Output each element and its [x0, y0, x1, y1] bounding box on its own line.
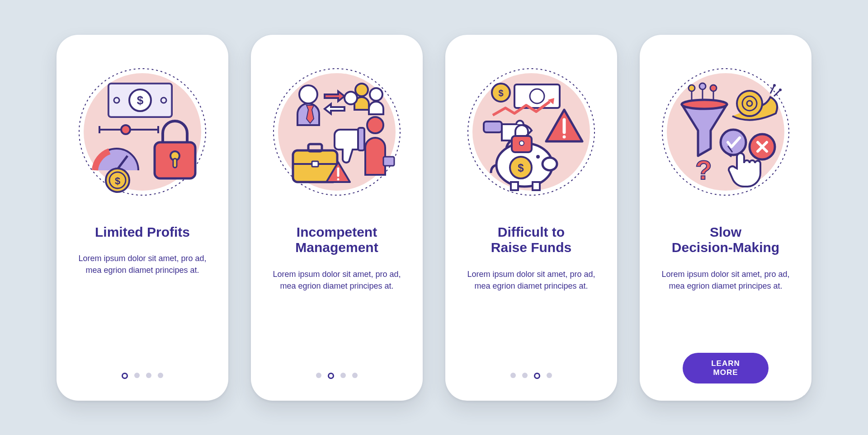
learn-more-button[interactable]: LEARN MORE [683, 353, 769, 384]
svg-rect-38 [514, 84, 560, 108]
svg-point-33 [337, 178, 340, 180]
illustration-raise-funds: $ [466, 66, 597, 197]
money-icon: $ [108, 84, 172, 117]
svg-point-26 [367, 117, 383, 133]
page-indicator [445, 373, 617, 379]
screen-title: Difficult to Raise Funds [491, 225, 571, 256]
dot-active[interactable] [328, 373, 334, 379]
svg-rect-27 [383, 157, 394, 166]
svg-rect-19 [173, 159, 177, 168]
dot[interactable] [522, 373, 528, 378]
svg-point-68 [682, 100, 727, 109]
dot[interactable] [134, 373, 140, 378]
illustration-incompetent-management [271, 66, 402, 197]
dot[interactable] [352, 373, 358, 378]
dot[interactable] [158, 373, 163, 378]
svg-point-47 [536, 155, 540, 159]
dot[interactable] [340, 373, 346, 378]
page-indicator [57, 373, 228, 379]
svg-point-46 [542, 158, 557, 170]
screen-description: Lorem ipsum dolor sit amet, pro ad, mea … [656, 268, 795, 292]
check-icon [721, 130, 746, 155]
svg-point-52 [519, 141, 524, 145]
question-icon: ? [695, 155, 712, 185]
svg-rect-45 [533, 182, 540, 190]
dot-active[interactable] [534, 373, 540, 379]
screen-slow-decision-making: ? Slow Decision-Making Lorem ipsum dolor… [640, 35, 811, 401]
screen-description: Lorem ipsum dolor sit amet, pro ad, mea … [462, 268, 601, 292]
screen-title: Slow Decision-Making [672, 225, 779, 256]
coin-icon: $ [106, 168, 129, 192]
svg-point-23 [355, 84, 368, 96]
svg-point-22 [299, 85, 317, 103]
dot[interactable] [547, 373, 552, 378]
screen-title: Limited Profits [95, 225, 190, 240]
svg-point-24 [370, 88, 382, 101]
svg-point-59 [710, 85, 717, 91]
svg-point-65 [773, 84, 776, 87]
svg-rect-44 [511, 182, 518, 190]
svg-point-61 [737, 91, 762, 116]
svg-point-69 [721, 130, 746, 155]
svg-rect-28 [358, 128, 364, 150]
dot[interactable] [316, 373, 321, 378]
screen-difficult-raise-funds: $ [445, 35, 617, 401]
svg-text:$: $ [498, 88, 503, 98]
screen-title: Incompetent Management [295, 225, 378, 256]
svg-text:$: $ [115, 175, 120, 187]
screen-description: Lorem ipsum dolor sit amet, pro ad, mea … [73, 253, 212, 276]
dot[interactable] [146, 373, 151, 378]
svg-point-25 [344, 92, 357, 104]
svg-point-42 [563, 135, 566, 138]
svg-point-67 [779, 89, 782, 91]
svg-text:$: $ [137, 94, 144, 107]
illustration-slow-decision: ? [660, 66, 791, 197]
cross-icon [750, 134, 775, 159]
svg-text:?: ? [695, 155, 712, 185]
onboarding-screens: $ [38, 8, 830, 428]
svg-point-57 [699, 83, 706, 89]
coin-icon: $ [492, 84, 510, 102]
dot[interactable] [510, 373, 516, 378]
svg-text:$: $ [518, 162, 524, 174]
screen-limited-profits: $ [57, 35, 228, 401]
svg-point-11 [121, 125, 130, 134]
page-indicator [251, 373, 423, 379]
screen-incompetent-management: Incompetent Management Lorem ipsum dolor… [251, 35, 423, 401]
svg-point-55 [689, 85, 695, 91]
svg-rect-31 [312, 161, 318, 167]
dot-active[interactable] [122, 373, 128, 379]
screen-description: Lorem ipsum dolor sit amet, pro ad, mea … [267, 268, 406, 292]
svg-rect-40 [484, 122, 502, 132]
illustration-limited-profits: $ [77, 66, 208, 197]
